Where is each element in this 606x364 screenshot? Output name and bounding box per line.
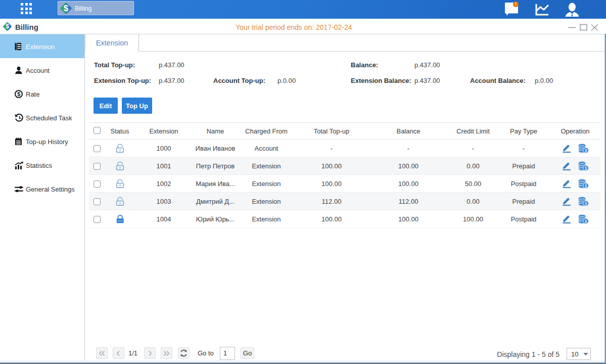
svg-text:$: $ (584, 165, 587, 170)
svg-text:$: $ (584, 183, 587, 188)
svg-text:$: $ (584, 201, 587, 206)
svg-text:$: $ (584, 148, 587, 153)
svg-text:$: $ (17, 91, 20, 97)
svg-text:$: $ (584, 218, 587, 223)
